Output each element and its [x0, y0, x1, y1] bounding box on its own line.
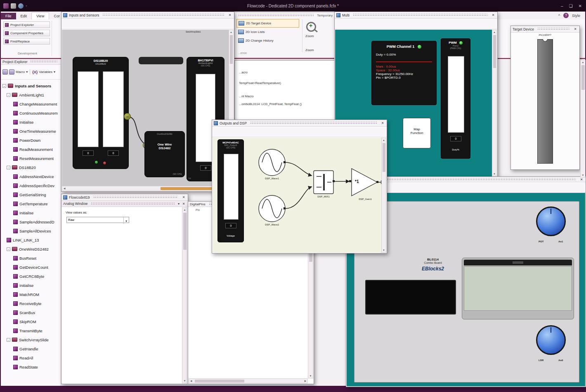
tree-item-getcrc8byte[interactable]: GetCRC8Byte [1, 272, 61, 281]
vertical-scrollbar[interactable] [381, 138, 386, 253]
ldr-knob[interactable] [536, 325, 566, 355]
list-view-icon[interactable] [9, 69, 14, 75]
scroll-up-icon[interactable] [492, 30, 496, 34]
scroll-down-icon[interactable] [581, 173, 585, 177]
scroll-down-icon[interactable] [182, 379, 187, 383]
ribbon-tab-file[interactable]: File [1, 13, 16, 19]
scrollbar-thumb[interactable] [493, 35, 496, 68]
close-icon[interactable] [579, 4, 582, 8]
tree-item-initialise[interactable]: Initialise [1, 281, 61, 290]
scroll-down-icon[interactable] [308, 374, 313, 378]
ribbon-tab-edit[interactable]: Edit [16, 13, 32, 19]
tree-item-readmeasurement[interactable]: ReadMeasurement [1, 145, 61, 154]
scroll-right-icon[interactable] [303, 379, 307, 383]
main-vertical-scrollbar[interactable] [580, 60, 586, 178]
close-icon[interactable] [181, 202, 186, 206]
scroll-left-icon[interactable] [62, 186, 66, 190]
close-icon[interactable] [227, 13, 232, 17]
scroll-up-icon[interactable] [382, 138, 386, 142]
tree-group-link_link_13[interactable]: LINK_LINK_13 [1, 235, 61, 244]
scrollbar-thumb[interactable] [383, 143, 385, 172]
project-explorer-button[interactable]: Project Explorer [3, 21, 50, 28]
tree-item-gethandle[interactable]: GetHandle [1, 344, 61, 353]
tree-item-changemeasurement[interactable]: ChangeMeasurement [1, 99, 61, 108]
inputs-window-titlebar[interactable]: Inputs and Sensors [61, 12, 234, 19]
tree-root[interactable]: -Inputs and Sensors [1, 81, 61, 90]
pwm-duty-slider[interactable] [448, 56, 464, 133]
tree-group-ds18b20[interactable]: -DS18B20 [1, 163, 61, 172]
tree-group-onewireds2482[interactable]: -OneWireDS2482 [1, 244, 61, 254]
close-icon[interactable] [579, 178, 584, 181]
ds18b20-slider-1[interactable] [78, 71, 99, 147]
minimize-icon[interactable] [561, 4, 563, 8]
tree-item-readall[interactable]: ReadAll [1, 353, 61, 362]
horizontal-scrollbar[interactable] [189, 378, 308, 383]
zoom-button-2[interactable]: Zoom [305, 48, 314, 52]
horizontal-scrollbar[interactable] [62, 186, 229, 191]
ribbon-tab-view[interactable]: View [31, 12, 49, 19]
dsp-window-titlebar[interactable]: Outputs and DSP [212, 120, 387, 127]
style-button[interactable]: Style [572, 14, 580, 18]
tree-item-receivebyte[interactable]: ReceiveByte [1, 299, 61, 308]
maximize-icon[interactable] [569, 4, 573, 8]
tree-item-scanbus[interactable]: ScanBus [1, 308, 61, 317]
vertical-scrollbar[interactable] [182, 207, 187, 383]
scroll-up-icon[interactable] [581, 60, 585, 64]
tree-item-addressspecificdev[interactable]: AddressSpecificDev [1, 181, 61, 190]
scroll-up-icon[interactable] [182, 208, 187, 212]
vertical-scrollbar[interactable] [492, 30, 497, 176]
tree-item-readstate[interactable]: ReadState [1, 362, 61, 371]
dropdown-caret-icon[interactable] [123, 216, 129, 224]
scrollbar-thumb[interactable] [195, 380, 244, 383]
tree-item-initialise[interactable]: Initialise [1, 117, 61, 127]
multi-window-titlebar[interactable]: Multi [335, 12, 497, 19]
ds18b20-slider-2[interactable] [103, 71, 124, 147]
grid-view-icon[interactable] [2, 69, 8, 75]
close-icon[interactable] [491, 13, 496, 17]
tree-item-transmitbyte[interactable]: TransmitByte [1, 326, 61, 335]
onewire-bus-node-1[interactable]: 1W [124, 113, 131, 120]
variables-caret-icon[interactable] [54, 70, 55, 74]
component-properties-button[interactable]: Component Properties [3, 30, 50, 36]
tree-item-skiprom[interactable]: SkipROM [1, 317, 61, 326]
tree-item-initialise[interactable]: Initialise [1, 208, 61, 217]
scrollbar-thumb[interactable] [183, 213, 187, 250]
macro-caret-icon[interactable] [26, 70, 28, 74]
target-window-titlebar[interactable]: Target Device [511, 26, 579, 33]
scroll-up-icon[interactable] [229, 30, 233, 34]
tree-item-resetmeasurement[interactable]: ResetMeasurement [1, 154, 61, 163]
view-values-dropdown[interactable]: Raw [66, 217, 129, 223]
tree-item-busreset[interactable]: BusReset [1, 254, 61, 263]
close-icon[interactable] [181, 195, 186, 199]
scroll-down-icon[interactable] [492, 172, 496, 176]
scrollbar-thumb[interactable] [581, 65, 585, 90]
ribbon-collapse-button[interactable]: ^ [558, 14, 560, 18]
tree-group-ambientlight1[interactable]: -AmbientLight1 [1, 90, 61, 99]
tree-item-getdevicecount[interactable]: GetDeviceCount [1, 263, 61, 272]
zoom-button[interactable]: Zoom [305, 34, 314, 38]
tree-item-continuousmeasurem[interactable]: ContinuousMeasurem [1, 108, 61, 117]
help-button[interactable]: ? [563, 13, 569, 18]
tree-item-getserialstring[interactable]: GetSerialString [1, 190, 61, 199]
tree-item-matchrom[interactable]: MatchROM [1, 290, 61, 299]
scrollbar-thumb[interactable] [230, 35, 233, 64]
tree-item-sampleaddressedd[interactable]: SampleAddressedD [1, 217, 61, 226]
view-item-2d-icon-lists[interactable]: 2D Icon Lists [236, 28, 299, 36]
variables-button[interactable]: Variables [39, 70, 52, 74]
undo-icon[interactable] [18, 3, 24, 9]
view-item-2d-change-history[interactable]: 2D Change History [236, 36, 299, 45]
map-function-box[interactable]: Map Function [403, 118, 431, 148]
project-explorer-header[interactable]: Project Explorer [1, 59, 61, 65]
tree-item-powerdown[interactable]: PowerDown [1, 136, 61, 145]
close-icon[interactable] [573, 27, 578, 31]
macro-button[interactable]: Macro [16, 70, 25, 74]
tree-group-switcharrayslide[interactable]: -SwitchArraySlide [1, 335, 61, 344]
analog-panel-header[interactable]: Analog Window [61, 201, 188, 207]
pin-caret-icon[interactable] [178, 202, 180, 206]
quick-access-caret-icon[interactable] [26, 4, 27, 8]
view-item-2d-target-device[interactable]: 2D Target Device [236, 19, 299, 28]
scroll-down-icon[interactable] [382, 248, 386, 252]
ribbon-tab-com[interactable]: Com [49, 13, 60, 19]
tree-item-onetimemeasureme[interactable]: OneTimeMeasureme [1, 127, 61, 136]
scroll-left-icon[interactable] [189, 379, 193, 383]
